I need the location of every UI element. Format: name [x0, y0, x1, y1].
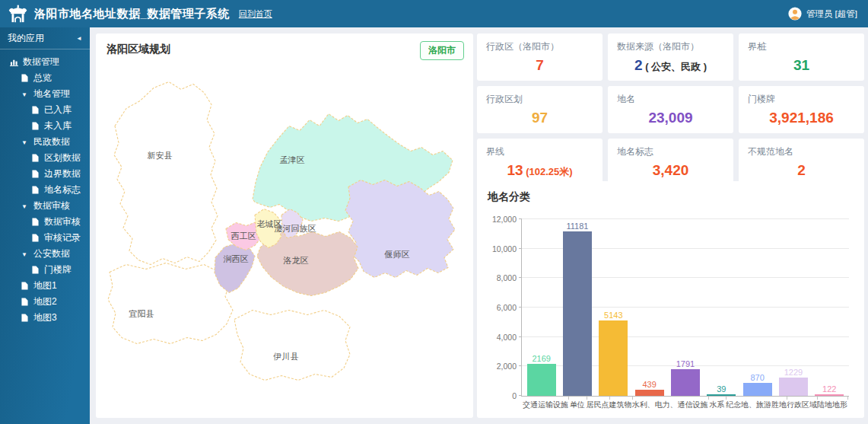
- stat-card-value: 3,921,186: [748, 110, 855, 126]
- file-icon: [30, 170, 40, 178]
- bar[interactable]: [599, 320, 628, 396]
- sidebar-item-label: 区划数据: [44, 151, 81, 164]
- collapse-left-icon[interactable]: ◄: [76, 35, 82, 42]
- bar-value-label: 439: [642, 380, 656, 389]
- sidebar-item[interactable]: 边界数据: [0, 166, 90, 182]
- sidebar-item[interactable]: ▾数据审核: [0, 198, 90, 214]
- district-label: 宜阳县: [129, 309, 154, 318]
- bar-series: 21691118151434391791398701229122: [522, 219, 849, 396]
- x-axis-category-label: 居民点: [587, 397, 609, 410]
- sidebar-item-label: 民政数据: [33, 135, 70, 148]
- city-filter-button[interactable]: 洛阳市: [420, 41, 464, 60]
- app-header: 洛阳市地名地址数据_数据管理子系统 回到首页 管理员 [超管]: [0, 0, 868, 27]
- sidebar-item-label: 公安数据: [33, 247, 70, 260]
- sidebar-item-label: 未入库: [44, 120, 72, 132]
- stat-card-label: 地名标志: [617, 145, 724, 158]
- bar[interactable]: [815, 394, 844, 396]
- sidebar-item-label: 总览: [33, 72, 52, 84]
- sidebar-item[interactable]: 地名标志: [0, 182, 90, 198]
- sidebar-item[interactable]: 审核记录: [0, 230, 90, 246]
- sidebar-item[interactable]: 地图2: [0, 294, 90, 310]
- bar[interactable]: [779, 378, 808, 396]
- stat-card-value: 97: [486, 110, 593, 126]
- file-icon: [20, 298, 29, 306]
- sidebar-item-label: 已入库: [44, 104, 72, 116]
- bar[interactable]: [527, 364, 556, 396]
- district-shape[interactable]: [345, 180, 455, 278]
- sidebar-item[interactable]: 区划数据: [0, 150, 90, 166]
- file-icon: [30, 266, 40, 274]
- bar-chart-x-axis: 交通运输设施单位居民点建筑物水利、电力、通信设施水系纪念地、旅游胜地行政区域陆地…: [521, 397, 849, 410]
- stat-card: 界桩31: [739, 33, 864, 81]
- user-label: 管理员 [超管]: [806, 8, 857, 20]
- y-axis-tick-label: 2,000: [497, 362, 517, 371]
- stat-card-label: 地名: [617, 93, 724, 106]
- district-label: 洛龙区: [283, 256, 309, 265]
- caret-down-icon: ▾: [20, 250, 29, 258]
- bar[interactable]: [743, 383, 772, 396]
- caret-down-icon: ▾: [20, 202, 29, 210]
- paifang-gate-icon: [8, 5, 28, 24]
- sidebar-item-label: 地名标志: [44, 183, 81, 196]
- bar-column: 11181: [559, 219, 595, 396]
- sidebar-item[interactable]: 门楼牌: [0, 262, 90, 278]
- file-icon: [30, 186, 40, 194]
- stat-card: 地名23,009: [608, 86, 733, 133]
- sidebar-item[interactable]: ▾公安数据: [0, 246, 90, 262]
- bar-value-label: 122: [822, 384, 836, 394]
- y-axis-tick-label: 12,000: [492, 215, 517, 224]
- bar[interactable]: [563, 231, 592, 396]
- sidebar-item[interactable]: 地图3: [0, 310, 90, 326]
- stat-card: 门楼牌3,921,186: [739, 86, 864, 133]
- stat-card-value: 2: [748, 162, 855, 179]
- x-axis-category-label: 纪念地、旅游胜地: [726, 397, 787, 410]
- user-avatar-icon[interactable]: [788, 7, 802, 21]
- home-link[interactable]: 回到首页: [239, 8, 272, 20]
- district-shape[interactable]: [215, 244, 255, 293]
- stat-card-value: 2 ( 公安、民政 ): [617, 57, 724, 74]
- district-label: 瀍河回族区: [275, 224, 316, 233]
- bar[interactable]: [671, 369, 700, 396]
- district-label: 涧西区: [224, 254, 249, 263]
- file-icon: [30, 106, 40, 114]
- stat-card: 数据来源（洛阳市）2 ( 公安、民政 ): [608, 33, 733, 81]
- sidebar-item-label: 数据审核: [44, 215, 81, 228]
- sidebar-item[interactable]: 数据管理: [0, 54, 90, 70]
- sidebar-item[interactable]: ▾地名管理: [0, 86, 90, 102]
- map-panel: 洛阳区域规划 洛阳市 新安县孟津区西工区老城区瀍河回族区涧西区洛龙区偃师区宜阳县…: [96, 33, 473, 418]
- district-shape[interactable]: [234, 311, 350, 381]
- district-label: 孟津区: [280, 155, 305, 164]
- bar-column: 5143: [596, 219, 631, 396]
- x-axis-category-label: 陆地地形: [817, 397, 847, 410]
- sidebar-item[interactable]: 未入库: [0, 118, 90, 134]
- chart-panel: 地名分类 02,0004,0006,0008,00010,00012,00021…: [477, 181, 864, 418]
- stat-card-label: 界桩: [748, 40, 855, 53]
- stat-card-label: 不规范地名: [748, 145, 855, 158]
- x-axis-category-label: 水利、电力、通信设施: [632, 397, 708, 410]
- bar[interactable]: [707, 394, 736, 396]
- sidebar-item[interactable]: 已入库: [0, 102, 90, 118]
- y-axis-tick-label: 8,000: [497, 273, 517, 282]
- stat-card: 行政区划97: [477, 86, 603, 133]
- bar[interactable]: [635, 390, 664, 396]
- sidebar-item-label: 审核记录: [44, 231, 81, 244]
- chart-title: 地名分类: [488, 190, 855, 204]
- sidebar-header[interactable]: 我的应用 ◄: [0, 27, 90, 49]
- sidebar-item[interactable]: ▾民政数据: [0, 134, 90, 150]
- district-shape[interactable]: [114, 82, 218, 265]
- sidebar-item-label: 地图3: [33, 311, 57, 324]
- sidebar-item[interactable]: 数据审核: [0, 214, 90, 230]
- file-icon: [30, 234, 40, 242]
- district-label: 伊川县: [273, 352, 299, 361]
- sidebar-item[interactable]: 地图1: [0, 278, 90, 294]
- district-shape[interactable]: [108, 263, 233, 344]
- sidebar: 我的应用 ◄ 数据管理总览▾地名管理已入库未入库▾民政数据区划数据边界数据地名标…: [0, 27, 90, 424]
- x-axis-category-label: 行政区域: [787, 397, 817, 410]
- sidebar-item-label: 地图1: [33, 279, 57, 292]
- sidebar-item-label: 数据审核: [33, 199, 70, 212]
- sidebar-menu: 数据管理总览▾地名管理已入库未入库▾民政数据区划数据边界数据地名标志▾数据审核数…: [0, 49, 90, 326]
- bar-value-label: 1791: [676, 359, 695, 368]
- stat-card-value: 23,009: [617, 110, 724, 126]
- main-content: 洛阳区域规划 洛阳市 新安县孟津区西工区老城区瀍河回族区涧西区洛龙区偃师区宜阳县…: [90, 27, 868, 424]
- sidebar-item[interactable]: 总览: [0, 70, 90, 86]
